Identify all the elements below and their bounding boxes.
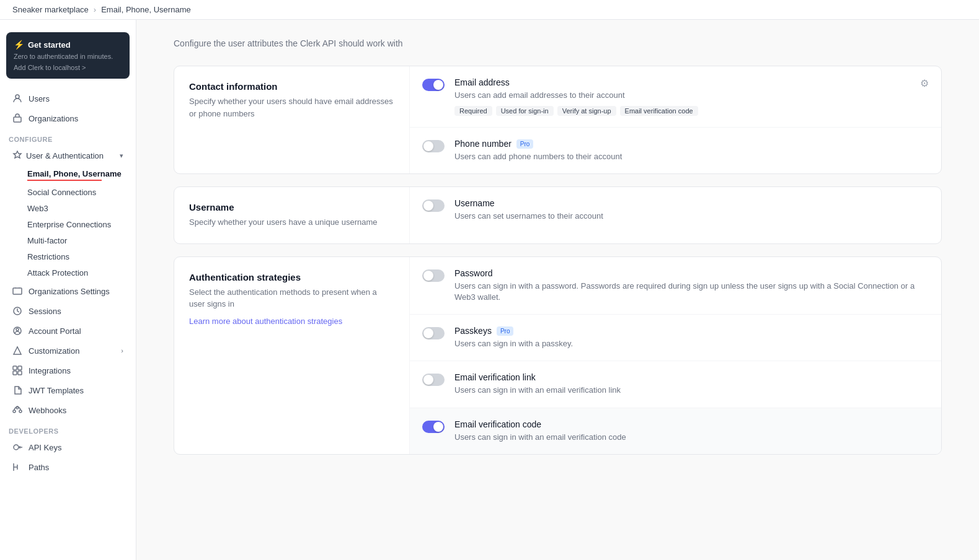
svg-rect-6 xyxy=(13,366,17,370)
username-right: Username Users can set usernames to thei… xyxy=(410,187,941,243)
email-address-knob xyxy=(433,80,443,90)
password-desc: Users can sign in with a password. Passw… xyxy=(454,281,929,303)
password-option: Password Users can sign in with a passwo… xyxy=(410,257,941,315)
sidebar-item-users[interactable]: Users xyxy=(4,89,132,108)
phone-number-title: Phone number Pro xyxy=(454,139,929,149)
email-verification-code-desc: Users can sign in with an email verifica… xyxy=(454,432,929,443)
passkeys-knob xyxy=(423,328,433,338)
webhooks-icon xyxy=(12,405,22,415)
sidebar-label-api-keys: API Keys xyxy=(29,443,61,452)
email-verification-link-title: Email verification link xyxy=(454,372,929,382)
sidebar-item-sessions[interactable]: Sessions xyxy=(4,302,132,320)
sidebar-item-organizations[interactable]: Organizations xyxy=(4,109,132,128)
contact-info-left: Contact information Specify whether your… xyxy=(174,66,410,173)
email-address-title: Email address xyxy=(454,77,910,87)
passkeys-desc: Users can sign in with a passkey. xyxy=(454,338,929,349)
username-opt-label: Username xyxy=(454,198,495,208)
contact-info-title: Contact information xyxy=(189,81,394,92)
user-auth-chevron: ▾ xyxy=(120,152,123,160)
email-verification-link-knob xyxy=(423,375,433,385)
username-content: Username Users can set usernames to thei… xyxy=(454,198,929,222)
get-started-desc: Zero to authenticated in minutes. xyxy=(14,52,122,61)
auth-strategies-card: Authentication strategies Select the aut… xyxy=(174,256,942,455)
email-verification-code-toggle[interactable] xyxy=(422,421,445,433)
jwt-templates-icon xyxy=(12,385,22,395)
passkeys-toggle[interactable] xyxy=(422,327,445,339)
email-verification-code-label: Email verification code xyxy=(454,419,541,429)
svg-rect-2 xyxy=(13,288,22,294)
organizations-icon xyxy=(12,113,22,123)
sidebar-subitem-social-connections[interactable]: Social Connections xyxy=(21,185,132,200)
email-address-toggle-wrap xyxy=(422,77,445,94)
configure-label: Configure xyxy=(0,128,136,146)
sidebar-label-customization: Customization xyxy=(29,346,79,356)
phone-number-knob xyxy=(423,141,433,151)
multifactor-label: Multi-factor xyxy=(27,236,67,245)
sidebar-item-org-settings[interactable]: Organizations Settings xyxy=(4,282,132,300)
svg-rect-8 xyxy=(13,371,17,375)
password-toggle[interactable] xyxy=(422,269,445,282)
sidebar-item-api-keys[interactable]: API Keys xyxy=(4,438,132,457)
get-started-card[interactable]: ⚡ Get started Zero to authenticated in m… xyxy=(6,32,130,79)
username-opt-desc: Users can set usernames to their account xyxy=(454,211,929,222)
email-verification-code-knob xyxy=(433,422,443,432)
sidebar-label-jwt-templates: JWT Templates xyxy=(29,386,84,395)
sidebar-label-paths: Paths xyxy=(29,463,49,472)
password-knob xyxy=(423,271,433,281)
tag-email-verification-code: Email verification code xyxy=(620,106,698,116)
passkeys-option: Passkeys Pro Users can sign in with a pa… xyxy=(410,315,941,361)
phone-number-content: Phone number Pro Users can add phone num… xyxy=(454,139,929,162)
phone-number-option: Phone number Pro Users can add phone num… xyxy=(410,128,941,173)
sidebar-subitem-enterprise[interactable]: Enterprise Connections xyxy=(21,217,132,232)
email-verification-code-toggle-wrap xyxy=(422,419,445,435)
sidebar-item-user-auth[interactable]: User & Authentication ▾ xyxy=(4,146,132,165)
phone-number-toggle[interactable] xyxy=(422,140,445,152)
sidebar-subitem-restrictions[interactable]: Restrictions xyxy=(21,249,132,265)
sidebar-subitem-multifactor[interactable]: Multi-factor xyxy=(21,233,132,248)
sidebar-item-webhooks[interactable]: Webhooks xyxy=(4,401,132,419)
tag-required: Required xyxy=(454,106,492,116)
sidebar-subitem-email-phone[interactable]: Email, Phone, Username xyxy=(21,166,132,184)
passkeys-title: Passkeys Pro xyxy=(454,326,929,336)
sidebar-subitem-web3[interactable]: Web3 xyxy=(21,201,132,216)
page-subtitle: Configure the user attributes the Clerk … xyxy=(174,38,942,48)
phone-pro-badge: Pro xyxy=(516,139,534,149)
svg-point-12 xyxy=(16,406,19,409)
password-label: Password xyxy=(454,268,492,278)
breadcrumb-parent[interactable]: Sneaker marketplace xyxy=(12,5,89,14)
passkeys-content: Passkeys Pro Users can sign in with a pa… xyxy=(454,326,929,349)
sidebar-label-org-settings: Organizations Settings xyxy=(29,287,110,296)
email-verification-code-title: Email verification code xyxy=(454,419,929,429)
passkeys-toggle-wrap xyxy=(422,326,445,342)
password-content: Password Users can sign in with a passwo… xyxy=(454,268,929,303)
paths-icon xyxy=(12,462,22,472)
username-toggle[interactable] xyxy=(422,199,445,212)
email-address-label: Email address xyxy=(454,77,510,87)
phone-number-toggle-wrap xyxy=(422,139,445,155)
email-verification-link-toggle[interactable] xyxy=(422,374,445,386)
auth-strategies-right: Password Users can sign in with a passwo… xyxy=(410,257,941,454)
sidebar-subitem-attack-protection[interactable]: Attack Protection xyxy=(21,265,132,281)
get-started-link[interactable]: Add Clerk to localhost > xyxy=(14,64,122,71)
sidebar: ⚡ Get started Zero to authenticated in m… xyxy=(0,20,136,560)
password-title: Password xyxy=(454,268,929,278)
sidebar-item-jwt-templates[interactable]: JWT Templates xyxy=(4,381,132,400)
customization-icon xyxy=(12,346,22,356)
email-verification-link-toggle-wrap xyxy=(422,372,445,388)
email-address-desc: Users can add email addresses to their a… xyxy=(454,90,910,101)
email-address-toggle[interactable] xyxy=(422,79,445,91)
email-address-settings-btn[interactable]: ⚙ xyxy=(920,77,929,89)
sidebar-item-paths[interactable]: Paths xyxy=(4,458,132,476)
svg-rect-9 xyxy=(18,371,22,375)
email-address-tags: Required Used for sign-in Verify at sign… xyxy=(454,106,910,116)
sidebar-item-account-portal[interactable]: Account Portal xyxy=(4,322,132,340)
sidebar-item-customization[interactable]: Customization › xyxy=(4,341,132,360)
attack-protection-label: Attack Protection xyxy=(27,268,88,278)
svg-rect-7 xyxy=(18,366,22,370)
phone-number-label: Phone number xyxy=(454,139,512,149)
web3-label: Web3 xyxy=(27,204,48,213)
username-toggle-wrap xyxy=(422,198,445,214)
email-address-content: Email address Users can add email addres… xyxy=(454,77,910,116)
auth-strategies-link[interactable]: Learn more about authentication strategi… xyxy=(189,317,342,326)
sidebar-item-integrations[interactable]: Integrations xyxy=(4,361,132,380)
